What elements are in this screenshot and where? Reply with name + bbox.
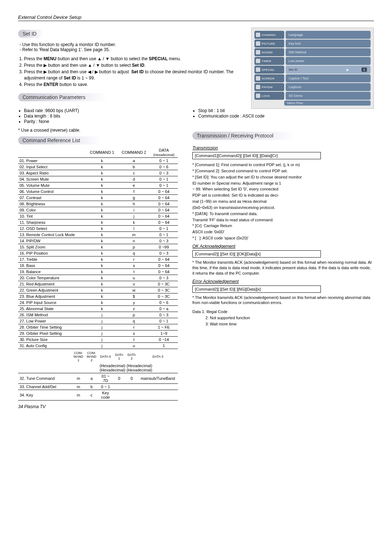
comm-note: * Use a crossed (reverse) cable. (18, 128, 178, 133)
osd-tab-label: LOCK (262, 94, 270, 98)
osd-item: ISM Method (286, 48, 371, 56)
osd-tab: SOUND (254, 48, 284, 56)
table-row: 33. Channel Add/Delmb0 ~ 1 (18, 384, 178, 390)
osd-item: Language (286, 31, 371, 39)
table-row: 29. Orbiter Pixel Settingjs1~9 (18, 330, 178, 337)
table-row: 04. Screen Mutekd0 ~ 1 (18, 176, 178, 182)
table-row: 08. Brightnesskh0 ~ 64 (18, 201, 178, 207)
table-row: 21. Red Adjustmentkv0 ~ 3C (18, 281, 178, 287)
setid-intro-list: Use this function to specify a monitor I… (18, 42, 244, 52)
osd-item: Low power (286, 57, 371, 65)
table-row: 34. KeymcKey code (18, 390, 178, 400)
table-row: 06. Volume Controlkf0 ~ 64 (18, 189, 178, 195)
osd-tab-icon (256, 94, 260, 98)
osd-tab-icon (256, 76, 260, 81)
osd-tab-icon (256, 85, 260, 89)
osd-value: 1 (362, 67, 367, 72)
osd-item: Key lock (286, 40, 371, 48)
table-row: 23. Blue Adjustmentk$0 ~ 3C (18, 293, 178, 300)
osd-tab-label: PIP/DW (262, 86, 273, 89)
table-row: 22. Green Adjustmentkw0 ~ 3C (18, 287, 178, 293)
header-title: External Control Device Setup (18, 15, 81, 20)
osd-tab: CHANNEL (254, 31, 284, 39)
table-row: 16. PIP Positionkq0 ~ 3 (18, 250, 178, 256)
osd-tab-label: SCREEN (262, 77, 274, 80)
table-row: 20. Color Temperatureku0 ~ 3 (18, 275, 178, 281)
table-row: 24. PIP Input Sourceky0 ~ 6 (18, 300, 178, 306)
transmission-heading: Transmission (192, 145, 374, 151)
osd-item: Set ID1 (286, 66, 371, 74)
table-row: 09. Colorki0 ~ 64 (18, 207, 178, 213)
osd-panel: CHANNELLanguagePICTUREKey lockSOUNDISM M… (251, 28, 374, 109)
cmd-ext-table: COM-MAND 1 COM-MAND 2 DATA 0 DATA 1 DATA… (18, 350, 178, 400)
table-row: 26. ISM Methodjp0 ~ 3 (18, 312, 178, 318)
osd-tab-label: SOUND (262, 51, 273, 54)
section-protocol: Transmission / Receiving Protocol (192, 132, 295, 140)
comm-right-list: Stop bit : 1 bit Communication code : AS… (192, 108, 374, 119)
section-comm-params: Communication Parameters (18, 93, 107, 101)
osd-tab-icon (256, 59, 260, 63)
ok-ack-box: [Command2][ ][Set ID][ ][OK][Data][x] (192, 250, 321, 258)
table-row: 03. Aspect Ratiokc0 ~ 3 (18, 170, 178, 176)
page-header: External Control Device Setup (18, 15, 374, 21)
osd-tab: SCREEN (254, 74, 284, 82)
table-row: 27. Low Powerjq0 ~ 1 (18, 318, 178, 324)
osd-tab: PIP/DW (254, 83, 284, 91)
table-row: 30. Picture Sizejt0 ~14 (18, 337, 178, 343)
table-row: 12. OSD Selectkl0 ~ 1 (18, 226, 178, 232)
table-row: 11. Sharpnesskk0 ~ 64 (18, 219, 178, 226)
table-row: 07. Contrastkg0 ~ 64 (18, 195, 178, 201)
err-ack-box: [Command2][ ][Set ID][ ][NG][Data][x] (192, 286, 321, 293)
ok-ack-heading: OK Acknowledgement (192, 244, 374, 249)
setid-steps: Press the MENU button and then use ▲ / ▼… (18, 56, 244, 87)
osd-tab-label: PICTURE (262, 42, 275, 45)
table-row: 15. Split Zoomkp0 ~99 (18, 244, 178, 250)
osd-footer: Menu Prev. (284, 100, 371, 106)
table-row: 28. Orbiter Time Settingjr1 ~ FE (18, 324, 178, 330)
osd-item: Captions (286, 83, 371, 91)
data-codes: Data 1: Illegal Code 2: Not supported fu… (192, 309, 374, 327)
osd-item: XD Demo (286, 92, 371, 100)
transmission-notes: * [Command 1]: First command to control … (192, 162, 374, 241)
osd-tab-icon (256, 33, 260, 37)
comm-left-list: Baud rate :9600 bps (UART) Data length :… (18, 108, 178, 124)
table-row: 05. Volume Muteke0 ~ 1 (18, 182, 178, 189)
section-set-id: Set ID (18, 30, 43, 38)
osd-item: Caption / Text (286, 74, 371, 82)
osd-tab-icon (256, 67, 260, 72)
osd-tab-icon (256, 41, 260, 46)
page-footer: 34 Plasma TV (18, 404, 374, 409)
table-row: 10. Tintkj0 ~ 64 (18, 213, 178, 219)
table-row: 25. Abnormal Statekz0 ~ a (18, 306, 178, 312)
table-row: 17. Treblekr0 ~ 64 (18, 256, 178, 263)
err-ack-note: * The Monitor transmits ACK (acknowledge… (192, 295, 374, 306)
table-row: 31. Auto Configju1 (18, 343, 178, 349)
table-row: 14. PIP/DWkn0 ~ 3 (18, 238, 178, 244)
osd-tab-label: SPECIAL (262, 68, 275, 71)
table-row: 18. Bassks0 ~ 64 (18, 263, 178, 269)
transmission-format-box: [Command1][Command2][ ][Set ID][ ][Data]… (192, 152, 321, 159)
ok-ack-note: * The Monitor transmits ACK (acknowledge… (192, 260, 374, 276)
table-row: 32. Tune Commandma01 ~ 7D00mainsub/TuneB… (18, 373, 178, 384)
err-ack-heading: Error Acknowledgement (192, 279, 374, 284)
table-row: 01. Powerka0 ~ 1 (18, 158, 178, 164)
table-row: 13. Remote Control Lock Modekm0 ~ 1 (18, 232, 178, 238)
section-cmd-ref: Command Reference List (18, 136, 102, 144)
osd-tab: SPECIAL (254, 66, 284, 74)
table-row: 19. Balancekt0 ~ 64 (18, 269, 178, 275)
table-row: 02. Input Selectkb0 ~ 6 (18, 164, 178, 170)
osd-tab: TIMER (254, 57, 284, 65)
osd-tab-label: CHANNEL (262, 33, 276, 37)
osd-tab-label: TIMER (262, 59, 271, 63)
osd-tab: LOCK (254, 92, 284, 100)
osd-tab: PICTURE (254, 40, 284, 48)
osd-tab-icon (256, 50, 260, 54)
cmd-table: COMMAND 1 COMMAND 2 DATA(Hexadecimal) 01… (18, 147, 178, 349)
